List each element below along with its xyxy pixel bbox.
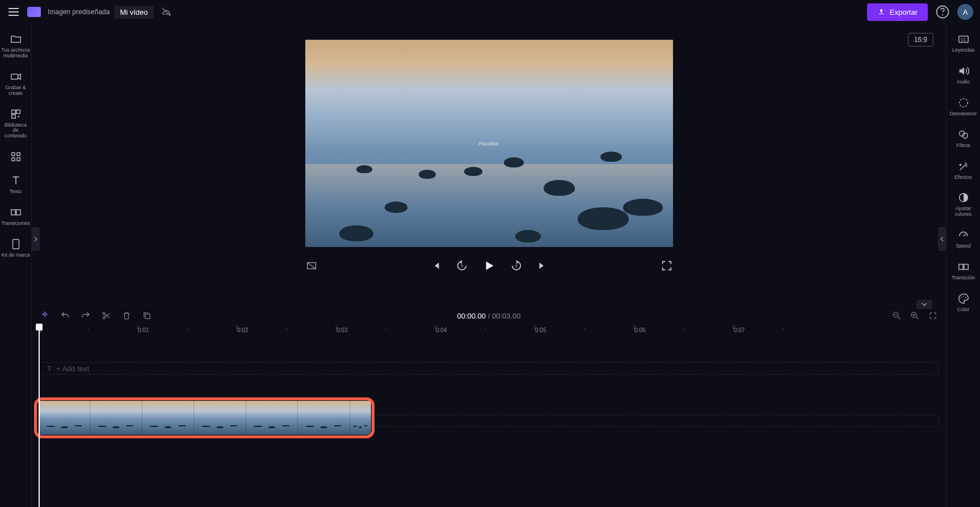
sidebar-item-apps[interactable] bbox=[0, 146, 31, 167]
zoom-in-button[interactable] bbox=[910, 311, 920, 321]
svg-rect-12 bbox=[16, 210, 20, 215]
timeline-time-display: 00:00.00 / 00:03.00 bbox=[457, 312, 520, 320]
fit-timeline-button[interactable] bbox=[928, 311, 938, 321]
text-track-icon: T bbox=[47, 364, 52, 373]
camera-icon bbox=[10, 70, 22, 83]
right-sidebar: CC Leyendas Audio Desvanecer Filtros Efe… bbox=[946, 24, 980, 507]
export-button-label: Exportar bbox=[890, 8, 918, 16]
transition2-icon bbox=[957, 261, 970, 273]
duration-time: 00:03.00 bbox=[492, 312, 521, 320]
avatar[interactable]: A bbox=[957, 4, 973, 20]
project-kind-label: Imagen prediseñada bbox=[48, 8, 110, 16]
undo-button[interactable] bbox=[60, 311, 70, 321]
sidebar-item-media[interactable]: Tus archivos multimedia bbox=[0, 28, 31, 64]
delete-button[interactable] bbox=[121, 311, 132, 321]
sidebar-item-library[interactable]: Biblioteca de contenido bbox=[0, 103, 31, 144]
preview-area: 16:9 Paradise bbox=[32, 24, 946, 304]
sidebar-item-effects[interactable]: Efectos bbox=[947, 156, 980, 185]
sidebar-item-label: Kit de marca bbox=[1, 253, 30, 258]
fade-icon bbox=[957, 97, 970, 109]
timeline-ruler[interactable]: 0 0:01 0:02 0:03 0:04 0:05 0:06 0:07 bbox=[39, 327, 939, 341]
transition-icon bbox=[10, 206, 22, 219]
skip-end-button[interactable] bbox=[536, 259, 549, 272]
clip-selection-highlight bbox=[34, 397, 375, 438]
skip-end-icon bbox=[536, 259, 549, 272]
svg-rect-10 bbox=[16, 158, 20, 161]
skip-start-icon bbox=[430, 259, 442, 272]
ruler-tick: 0:07 bbox=[734, 327, 745, 333]
chevron-left-icon bbox=[938, 227, 946, 251]
export-button[interactable]: Exportar bbox=[867, 3, 928, 21]
rewind-button[interactable]: 5 bbox=[456, 259, 468, 272]
sidebar-item-captions[interactable]: CC Leyendas bbox=[947, 28, 980, 58]
sidebar-item-audio[interactable]: Audio bbox=[947, 60, 980, 90]
cut-button[interactable] bbox=[101, 311, 111, 321]
playhead[interactable] bbox=[39, 327, 40, 507]
brand-icon bbox=[10, 238, 22, 250]
filters-icon bbox=[957, 128, 970, 141]
forward-icon: 5 bbox=[510, 259, 523, 272]
sidebar-item-label: Audio bbox=[957, 79, 970, 85]
safe-zone-icon bbox=[305, 259, 318, 272]
collapse-timeline-button[interactable] bbox=[916, 300, 932, 309]
effects-icon bbox=[957, 160, 970, 173]
sidebar-item-record[interactable]: Grabar & create bbox=[0, 66, 31, 101]
sidebar-item-speed[interactable]: Speed bbox=[947, 224, 980, 254]
svg-point-6 bbox=[18, 116, 19, 118]
sidebar-item-label: Leyendas bbox=[952, 48, 974, 53]
playback-controls: 5 5 bbox=[305, 252, 673, 280]
redo-button[interactable] bbox=[81, 311, 91, 321]
center-area: 16:9 Paradise bbox=[32, 24, 946, 507]
svg-rect-28 bbox=[958, 265, 962, 270]
sidebar-item-label: Transición bbox=[952, 275, 975, 281]
svg-rect-3 bbox=[11, 110, 15, 113]
zoom-out-button[interactable] bbox=[891, 311, 902, 321]
add-text-track[interactable]: T + Add text bbox=[39, 362, 939, 375]
auto-compose-button[interactable] bbox=[40, 311, 50, 321]
ruler-tick: 0:04 bbox=[436, 327, 447, 333]
sidebar-item-label: Texto bbox=[10, 189, 22, 195]
play-button[interactable] bbox=[482, 258, 497, 273]
sidebar-item-label: Biblioteca de contenido bbox=[1, 123, 30, 140]
sidebar-item-adjust-colors[interactable]: Ajustar colores bbox=[947, 187, 980, 222]
chevron-down-icon bbox=[916, 300, 932, 309]
sidebar-item-transition[interactable]: Transición bbox=[947, 256, 980, 286]
avatar-letter: A bbox=[963, 8, 968, 16]
undo-icon bbox=[60, 311, 70, 321]
project-name-input[interactable]: Mi vídeo bbox=[114, 6, 153, 19]
svg-text:5: 5 bbox=[461, 264, 463, 268]
scissors-icon bbox=[101, 311, 111, 321]
zoom-in-icon bbox=[910, 311, 920, 321]
sidebar-item-transitions[interactable]: Transiciones bbox=[0, 202, 31, 231]
text-icon bbox=[10, 174, 22, 187]
menu-button[interactable] bbox=[7, 5, 20, 19]
help-button[interactable] bbox=[935, 4, 950, 20]
svg-rect-5 bbox=[11, 114, 15, 118]
sidebar-item-label: Tus archivos multimedia bbox=[1, 48, 30, 59]
help-icon bbox=[935, 4, 950, 20]
svg-rect-11 bbox=[11, 210, 15, 215]
ruler-tick: 0:06 bbox=[634, 327, 645, 333]
forward-button[interactable]: 5 bbox=[510, 259, 523, 272]
svg-point-32 bbox=[965, 297, 966, 298]
sidebar-item-filters[interactable]: Filtros bbox=[947, 124, 980, 153]
sidebar-item-color[interactable]: Color bbox=[947, 288, 980, 317]
palette-icon bbox=[957, 292, 970, 305]
duplicate-button[interactable] bbox=[142, 311, 152, 321]
fullscreen-button[interactable] bbox=[661, 259, 673, 272]
aspect-ratio-button[interactable]: 16:9 bbox=[908, 33, 933, 47]
sidebar-item-label: Efectos bbox=[954, 175, 971, 181]
video-preview[interactable]: Paradise bbox=[305, 40, 673, 247]
safe-zone-toggle[interactable] bbox=[305, 259, 318, 272]
cloud-off-icon[interactable] bbox=[161, 6, 172, 18]
sidebar-item-fade[interactable]: Desvanecer bbox=[947, 92, 980, 121]
svg-rect-4 bbox=[16, 110, 19, 113]
sidebar-item-brand[interactable]: Kit de marca bbox=[0, 233, 31, 263]
svg-point-31 bbox=[963, 296, 964, 297]
apps-icon bbox=[10, 150, 22, 163]
expand-right-panel[interactable] bbox=[938, 227, 946, 251]
ruler-tick: 0:01 bbox=[138, 327, 149, 333]
skip-start-button[interactable] bbox=[430, 259, 442, 272]
timeline-toolbar: 00:00.00 / 00:03.00 bbox=[32, 304, 946, 327]
sidebar-item-text[interactable]: Texto bbox=[0, 170, 31, 199]
